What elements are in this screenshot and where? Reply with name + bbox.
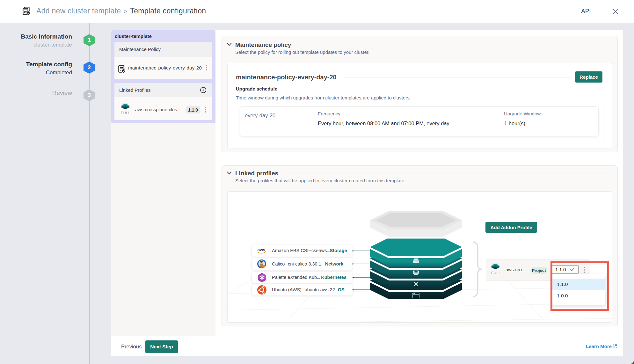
svg-text:aws: aws (258, 247, 266, 252)
